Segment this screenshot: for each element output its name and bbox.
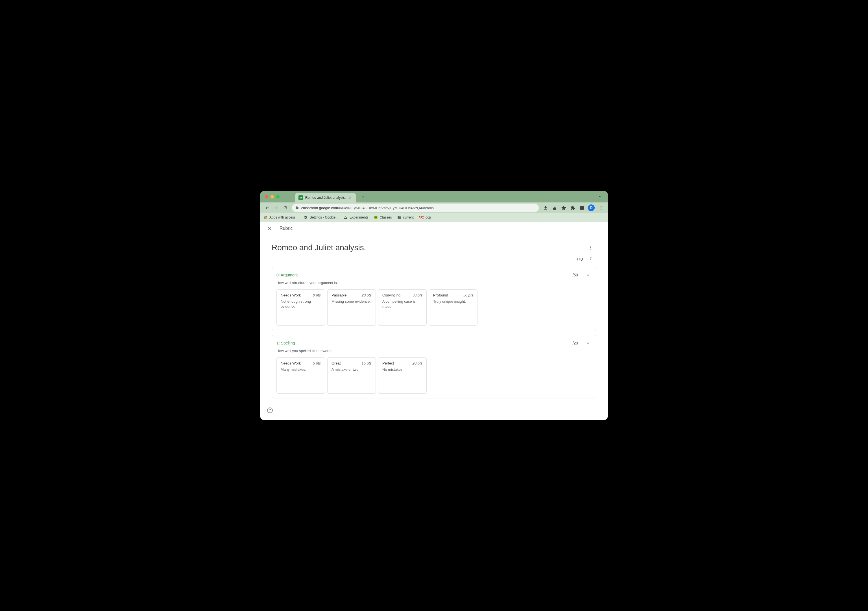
google-favicon-icon — [263, 215, 268, 220]
level-points: 30 pts — [412, 293, 422, 297]
level-description: Many mistakes. — [281, 367, 321, 372]
collapse-all-button[interactable] — [587, 256, 594, 262]
page-title: Romeo and Juliet analysis. — [272, 243, 366, 252]
levels-row: Needs Work5 ptsMany mistakes.Great15 pts… — [276, 357, 592, 394]
lock-icon — [295, 205, 299, 210]
collapse-criterion-button[interactable] — [585, 271, 592, 278]
criterion-description: How well structured your argument is. — [276, 281, 592, 285]
bookmark-settings[interactable]: Settings - Cookie... — [304, 215, 338, 220]
bookmark-experiments[interactable]: Experiments — [343, 215, 369, 220]
bookmark-apps[interactable]: Apps with access... — [263, 215, 298, 220]
tab-list-button[interactable] — [596, 194, 603, 200]
gear-icon — [304, 215, 308, 220]
level-name: Needs Work — [281, 361, 301, 365]
rubric-content: Romeo and Juliet analysis. /70 0: Argume… — [260, 235, 608, 420]
window-controls — [265, 195, 279, 198]
total-row: /70 — [272, 256, 596, 262]
svg-rect-2 — [553, 208, 556, 209]
criterion-points: /20 — [573, 341, 578, 345]
level-description: Missing some evidence. — [332, 299, 372, 304]
help-button[interactable] — [266, 406, 274, 414]
app-bar: Rubric — [260, 222, 608, 235]
reload-button[interactable] — [281, 204, 289, 212]
collapse-criterion-button[interactable] — [585, 340, 592, 346]
level-card[interactable]: Passable20 ptsMissing some evidence. — [327, 289, 376, 326]
classroom-favicon-icon — [298, 195, 303, 200]
criterion-header: 1: Spelling/20 — [276, 340, 592, 346]
criterion: 1: Spelling/20How well you spelled all t… — [272, 335, 596, 399]
level-card[interactable]: Convincing30 ptsA compelling case is mad… — [378, 289, 427, 326]
level-description: Truly unique insight. — [433, 299, 473, 304]
maximize-window-button[interactable] — [276, 195, 279, 198]
back-button[interactable] — [263, 204, 271, 212]
bookmark-current[interactable]: current — [397, 215, 414, 220]
chrome-menu-icon[interactable] — [597, 204, 605, 212]
new-tab-button[interactable] — [359, 193, 367, 201]
app-bar-title: Rubric — [279, 226, 293, 231]
level-name: Convincing — [382, 293, 400, 297]
level-description: A mistake or two. — [332, 367, 372, 372]
svg-point-11 — [591, 246, 591, 247]
level-card[interactable]: Great15 ptsA mistake or two. — [327, 357, 376, 394]
svg-point-1 — [301, 197, 301, 198]
tab-title: Romeo and Juliet analysis. — [305, 196, 346, 200]
url-bar[interactable]: classroom.google.com/u/0/c/NjEyMDI4ODIxM… — [292, 203, 539, 212]
level-card[interactable]: Profound50 ptsTruly unique insight. — [429, 289, 477, 326]
svg-rect-10 — [374, 217, 377, 219]
forward-button[interactable] — [272, 204, 280, 212]
level-name: Perfect — [382, 361, 394, 365]
level-points: 0 pts — [313, 293, 321, 297]
criterion-title: 1: Spelling — [276, 341, 295, 345]
level-points: 20 pts — [412, 361, 422, 365]
criterion-description: How well you spelled all the words. — [276, 349, 592, 353]
level-points: 50 pts — [463, 293, 473, 297]
level-name: Needs Work — [281, 293, 301, 297]
folder-icon — [397, 215, 401, 220]
bookmark-classes[interactable]: Classes — [374, 215, 392, 220]
level-card[interactable]: Perfect20 ptsNo mistakes. — [378, 357, 427, 394]
svg-point-15 — [270, 411, 270, 412]
extensions-icon[interactable] — [569, 204, 577, 212]
more-options-button[interactable] — [585, 242, 596, 253]
flask-icon — [343, 215, 348, 220]
bookmark-star-icon[interactable] — [560, 204, 567, 212]
close-rubric-button[interactable] — [266, 225, 273, 232]
level-points: 15 pts — [362, 361, 372, 365]
browser-tab[interactable]: Romeo and Juliet analysis. — [295, 193, 356, 202]
titlebar: Romeo and Juliet analysis. — [260, 191, 608, 202]
close-tab-button[interactable] — [348, 195, 352, 200]
level-name: Profound — [433, 293, 448, 297]
bookmarks-bar: Apps with access... Settings - Cookie...… — [260, 213, 608, 222]
classroom-icon — [374, 215, 378, 220]
levels-row: Needs Work0 ptsNot enough strong evidenc… — [276, 289, 592, 326]
level-name: Passable — [332, 293, 346, 297]
level-points: 5 pts — [313, 361, 321, 365]
install-app-icon[interactable] — [542, 204, 549, 212]
api-icon: API — [419, 216, 424, 219]
url-text: classroom.google.com/u/0/c/NjEyMDI4ODIxM… — [301, 206, 535, 210]
address-bar-row: classroom.google.com/u/0/c/NjEyMDI4ODIxM… — [260, 202, 608, 213]
criterion-title: 0: Argument — [276, 273, 298, 277]
level-description: Not enough strong evidence.. — [281, 299, 321, 309]
close-window-button[interactable] — [265, 195, 268, 198]
svg-point-13 — [591, 249, 591, 250]
share-icon[interactable] — [550, 204, 558, 212]
level-description: No mistakes. — [382, 367, 422, 372]
level-card[interactable]: Needs Work0 ptsNot enough strong evidenc… — [276, 289, 325, 326]
side-panel-icon[interactable] — [578, 204, 586, 212]
total-points: /70 — [577, 257, 583, 262]
browser-window: Romeo and Juliet analysis. classroom.goo… — [260, 191, 608, 420]
criterion-points: /50 — [573, 273, 578, 277]
svg-point-5 — [601, 206, 601, 207]
bookmark-gcp[interactable]: API gcp — [419, 216, 431, 219]
svg-point-12 — [591, 247, 591, 248]
page-header: Romeo and Juliet analysis. — [272, 242, 596, 253]
criterion-header: 0: Argument/50 — [276, 271, 592, 278]
svg-point-6 — [601, 208, 601, 208]
svg-rect-3 — [580, 206, 584, 209]
level-description: A compelling case is made. — [382, 299, 422, 309]
profile-avatar[interactable]: D — [588, 205, 595, 211]
minimize-window-button[interactable] — [271, 195, 274, 198]
level-card[interactable]: Needs Work5 ptsMany mistakes. — [276, 357, 325, 394]
svg-point-7 — [601, 209, 601, 210]
